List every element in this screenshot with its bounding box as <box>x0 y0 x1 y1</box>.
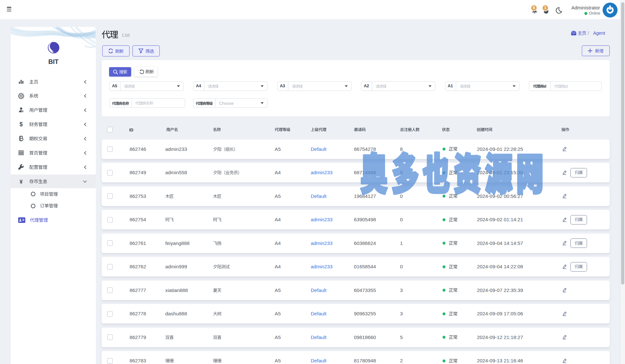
svg-text:$: $ <box>19 121 23 127</box>
svg-text:¥: ¥ <box>19 179 23 185</box>
